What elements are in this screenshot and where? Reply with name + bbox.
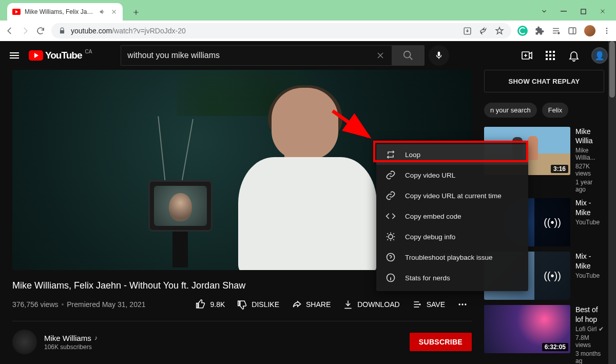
svg-rect-14 (549, 54, 551, 56)
filter-chip[interactable]: Felix (542, 103, 568, 118)
lock-icon (59, 27, 66, 34)
search-input[interactable]: without you mike williams (121, 45, 392, 66)
create-icon[interactable] (521, 49, 533, 62)
youtube-favicon (12, 9, 21, 15)
extensions-icon[interactable] (535, 26, 544, 35)
svg-rect-18 (553, 58, 555, 60)
reload-button[interactable] (36, 26, 45, 35)
close-window-button[interactable] (599, 7, 607, 15)
country-code: CA (85, 49, 92, 54)
svg-rect-0 (561, 11, 567, 12)
minimize-button[interactable] (560, 7, 568, 15)
save-label: SAVE (427, 300, 445, 309)
reco-channel: Lofi Girl ✔ (575, 325, 604, 333)
context-menu-label: Copy embed code (405, 213, 461, 220)
svg-rect-4 (569, 28, 576, 34)
save-button[interactable]: SAVE (408, 296, 449, 313)
tab-title: Mike Williams, Felix Jaehn - (25, 8, 95, 15)
context-menu-label: Copy video URL (405, 171, 455, 179)
scene-decoration (181, 119, 194, 182)
context-menu-stats[interactable]: Stats for nerds (376, 267, 528, 288)
link-icon (386, 170, 396, 180)
download-label: DOWNLOAD (357, 300, 399, 309)
more-actions-button[interactable] (453, 296, 472, 313)
profile-avatar-icon[interactable] (584, 25, 595, 36)
share-button[interactable]: SHARE (287, 296, 335, 313)
search-input-value: without you mike williams (127, 51, 220, 60)
svg-rect-17 (549, 58, 551, 60)
context-menu-copy-url[interactable]: Copy video URL (376, 165, 528, 185)
url-text: youtube.com/watch?v=jvRDoJdx-20 (71, 27, 458, 35)
artist-badge-icon: ♪ (94, 334, 98, 341)
dislike-button[interactable]: DISLIKE (233, 296, 283, 313)
like-count: 9.8K (210, 300, 225, 309)
context-menu-copy-url-time[interactable]: Copy video URL at current time (376, 185, 528, 206)
channel-avatar[interactable] (12, 330, 37, 354)
share-url-icon[interactable] (479, 27, 488, 35)
reco-title: Mike Willia Justin Myl (575, 127, 604, 145)
bug-icon (386, 232, 396, 242)
browser-toolbar: youtube.com/watch?v=jvRDoJdx-20 (0, 21, 616, 41)
reco-title: Mix - Mike Williams, F (575, 252, 604, 270)
video-views: 376,756 views (12, 300, 59, 309)
svg-point-8 (404, 51, 411, 58)
music-extension-icon[interactable] (551, 26, 561, 35)
svg-point-19 (459, 303, 460, 305)
chrome-menu-icon[interactable] (603, 27, 611, 35)
svg-rect-13 (546, 54, 548, 56)
account-avatar[interactable]: 👤 (591, 47, 608, 64)
verified-badge-icon: ✔ (599, 325, 604, 333)
guide-menu-icon[interactable] (8, 49, 21, 62)
channel-name[interactable]: Mike Williams ♪ (44, 334, 98, 342)
scene-decoration (172, 232, 188, 267)
show-chat-replay-button[interactable]: SHOW CHAT REPLAY (484, 70, 604, 92)
svg-point-21 (465, 303, 466, 305)
dislike-label: DISLIKE (252, 300, 279, 309)
reco-channel: YouTube (575, 272, 604, 279)
back-button[interactable] (5, 26, 14, 35)
browser-tab[interactable]: Mike Williams, Felix Jaehn - (7, 3, 123, 21)
maximize-button[interactable] (579, 7, 587, 15)
context-menu-loop[interactable]: Loop (376, 144, 528, 165)
svg-rect-1 (581, 9, 585, 13)
audio-playing-icon[interactable] (99, 8, 106, 15)
address-bar[interactable]: youtube.com/watch?v=jvRDoJdx-20 (51, 23, 511, 39)
svg-rect-10 (546, 51, 548, 53)
info-icon (386, 273, 396, 283)
voice-search-button[interactable] (429, 45, 449, 66)
subscribe-button[interactable]: SUBSCRIBE (410, 333, 472, 351)
chevron-down-icon[interactable] (540, 7, 548, 15)
forward-button[interactable] (21, 26, 30, 35)
svg-rect-11 (549, 51, 551, 53)
clear-search-icon[interactable] (375, 50, 386, 61)
youtube-logo[interactable]: YouTube CA (29, 50, 92, 61)
search-button[interactable] (392, 45, 425, 66)
install-app-icon[interactable] (463, 27, 472, 35)
side-panel-icon[interactable] (568, 26, 577, 35)
context-menu-copy-debug[interactable]: Copy debug info (376, 226, 528, 247)
page-scrollbar[interactable] (608, 41, 616, 364)
mix-playlist-icon: ((•)) (534, 198, 570, 246)
context-menu-copy-embed[interactable]: Copy embed code (376, 206, 528, 226)
filter-chip[interactable]: n your search (484, 103, 537, 118)
like-button[interactable]: 9.8K (191, 296, 229, 313)
dot-separator: • (60, 300, 66, 309)
recommendation-item[interactable]: 6:32:05 Best of lof hop 2021 Lofi Girl ✔… (484, 305, 604, 364)
context-menu-troubleshoot[interactable]: Troubleshoot playback issue (376, 247, 528, 267)
reco-title: Best of lof hop 2021 (575, 305, 604, 323)
bookmark-star-icon[interactable] (495, 26, 504, 35)
apps-grid-icon[interactable] (544, 49, 556, 62)
youtube-logo-text: YouTube (45, 50, 82, 61)
new-tab-button[interactable] (129, 5, 143, 20)
scene-decoration (158, 116, 166, 182)
link-icon (386, 190, 396, 201)
close-tab-icon[interactable] (110, 8, 118, 15)
grammarly-extension-icon[interactable] (517, 26, 528, 36)
download-button[interactable]: DOWNLOAD (339, 296, 403, 313)
context-menu-label: Stats for nerds (405, 274, 450, 282)
video-thumbnail[interactable]: 6:32:05 (484, 305, 570, 353)
svg-rect-16 (546, 58, 548, 60)
video-premiere-date: Premiered May 31, 2021 (67, 300, 145, 309)
reco-title: Mix - Mike Williams (575, 198, 604, 217)
notifications-icon[interactable] (568, 49, 580, 62)
